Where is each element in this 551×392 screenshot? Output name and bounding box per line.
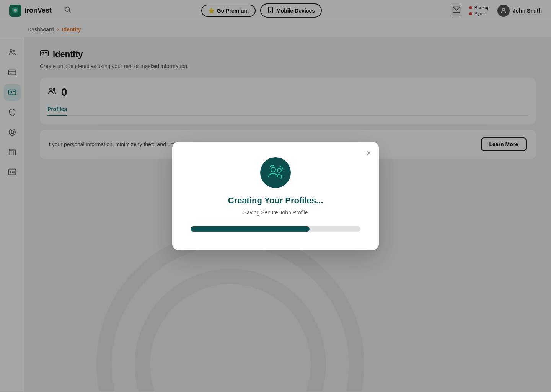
progress-bar-fill bbox=[191, 226, 310, 232]
modal-overlay: × Creating Your Profiles... Saving Secur… bbox=[0, 0, 551, 392]
svg-point-26 bbox=[271, 167, 276, 172]
svg-point-27 bbox=[277, 168, 281, 172]
modal-subtitle: Saving Secure John Profile bbox=[191, 209, 360, 216]
modal-avatar bbox=[260, 157, 291, 188]
progress-bar-track bbox=[191, 226, 360, 232]
modal-title: Creating Your Profiles... bbox=[191, 196, 360, 206]
creating-profiles-modal: × Creating Your Profiles... Saving Secur… bbox=[172, 142, 379, 250]
modal-close-button[interactable]: × bbox=[366, 148, 371, 158]
